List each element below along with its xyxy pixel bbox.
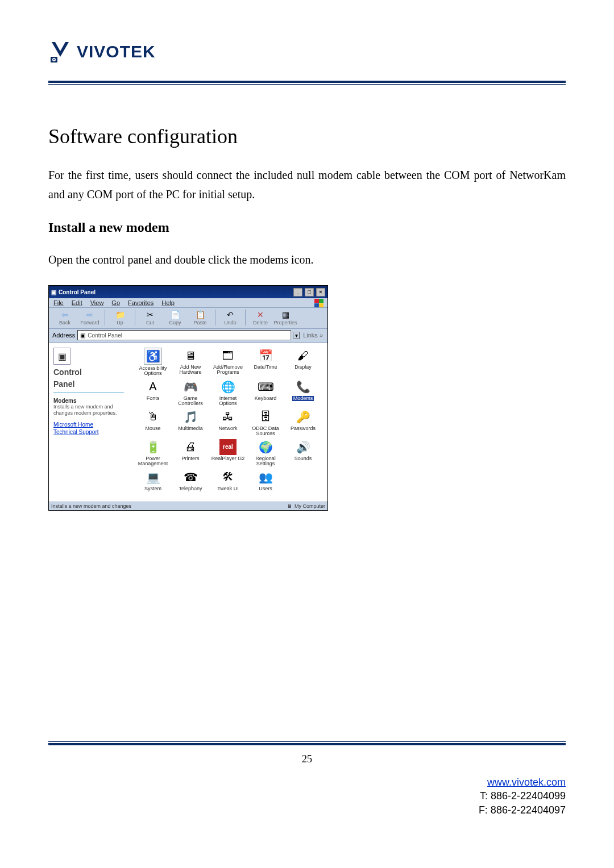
control-panel-item[interactable]: 🔑Passwords [285, 409, 321, 437]
side-separator [53, 393, 124, 393]
address-bar: Address ▣ Control Panel ▾ Links » [49, 329, 327, 343]
address-dropdown-icon[interactable]: ▾ [293, 332, 300, 339]
control-panel-item-label: Add/Remove Programs [210, 365, 246, 375]
control-panel-item[interactable]: 🖧Network [210, 409, 246, 437]
control-panel-item[interactable]: ⌨Keyboard [248, 379, 283, 407]
control-panel-item-label: Modems [292, 396, 314, 401]
control-panel-item-label: Internet Options [210, 396, 246, 407]
game-controllers-icon: 🎮 [182, 379, 199, 395]
menu-view[interactable]: View [89, 299, 105, 306]
control-panel-item-label: Accessibility Options [135, 366, 171, 377]
brand-name: VIVOTEK [77, 42, 156, 61]
control-panel-item[interactable]: ♿Accessibility Options [135, 348, 171, 377]
control-panel-item-label: Sounds [294, 456, 312, 461]
control-panel-item[interactable]: 🗄ODBC Data Sources [248, 409, 283, 437]
control-panel-item[interactable]: 💻System [135, 469, 171, 491]
menu-favorites[interactable]: Favorites [127, 299, 155, 306]
minimize-button[interactable]: _ [293, 288, 302, 297]
delete-button[interactable]: ✕ Delete [248, 310, 273, 326]
up-button[interactable]: 📁 Up [107, 310, 132, 326]
control-panel-item[interactable]: 🖥Add New Hardware [173, 348, 208, 377]
control-panel-item[interactable]: 🖱Mouse [135, 409, 171, 437]
undo-button[interactable]: ↶ Undo [218, 310, 243, 326]
copy-icon: 📄 [169, 310, 181, 320]
control-panel-item-label: Fonts [147, 396, 160, 401]
control-panel-item-label: Regional Settings [248, 456, 283, 467]
technical-support-link[interactable]: Technical Support [53, 429, 124, 435]
control-panel-item[interactable]: 🖨Printers [173, 439, 208, 467]
subheading-install-modem: Install a new modem [48, 220, 566, 235]
telephony-icon: ☎ [182, 469, 199, 485]
forward-button[interactable]: ⇨ Forward [77, 310, 102, 326]
paste-icon: 📋 [194, 310, 206, 320]
control-panel-item-label: Power Management [135, 456, 171, 467]
toolbar-separator [105, 310, 105, 326]
properties-icon: ▦ [280, 310, 291, 320]
mouse-icon: 🖱 [144, 409, 161, 425]
control-panel-item[interactable]: 🛠Tweak UI [210, 469, 246, 491]
tweak-ui-icon: 🛠 [219, 469, 237, 485]
svg-point-2 [53, 59, 55, 61]
printers-icon: 🖨 [182, 439, 199, 455]
control-panel-item[interactable]: ☎Telephony [173, 469, 208, 491]
control-panel-item-label: RealPlayer G2 [211, 456, 245, 461]
control-panel-item[interactable]: 🖌Display [285, 348, 321, 377]
display-icon: 🖌 [294, 348, 312, 364]
control-panel-item[interactable]: 👥Users [248, 469, 283, 491]
control-panel-item-label: Telephony [179, 486, 202, 491]
menu-edit[interactable]: Edit [70, 299, 84, 306]
control-panel-item[interactable]: 🌍Regional Settings [248, 439, 283, 467]
control-panel-item[interactable]: 🌐Internet Options [210, 379, 246, 407]
status-bar: Installs a new modem and changes 🖥 My Co… [49, 502, 327, 510]
header-rule [48, 81, 566, 85]
control-panel-item-label: Printers [181, 456, 199, 461]
control-panel-item-label: Date/Time [254, 365, 277, 370]
copy-button[interactable]: 📄 Copy [163, 310, 188, 326]
fax: F: 886-2-22404097 [479, 804, 566, 816]
undo-icon: ↶ [225, 310, 236, 320]
add-remove-programs-icon: 🗔 [219, 348, 237, 364]
folder-icon: ▣ [80, 332, 85, 339]
menu-file[interactable]: File [52, 299, 65, 306]
side-item-desc: Installs a new modem and changes modem p… [53, 404, 124, 416]
back-button[interactable]: ⇦ Back [52, 310, 77, 326]
address-input[interactable]: ▣ Control Panel [77, 330, 291, 340]
control-panel-item[interactable]: 🎮Game Controllers [173, 379, 208, 407]
cut-icon: ✂ [144, 310, 156, 320]
website-link[interactable]: www.vivotek.com [487, 777, 566, 788]
properties-button[interactable]: ▦ Properties [273, 310, 298, 326]
control-panel-item[interactable]: AFonts [135, 379, 171, 407]
multimedia-icon: 🎵 [182, 409, 199, 425]
control-panel-item[interactable]: realRealPlayer G2 [210, 439, 246, 467]
control-panel-item[interactable]: 📅Date/Time [248, 348, 283, 377]
control-panel-item[interactable]: 🎵Multimedia [173, 409, 208, 437]
control-panel-item[interactable]: 📞Modems [285, 379, 321, 407]
internet-options-icon: 🌐 [219, 379, 237, 395]
realplayer-g2-icon: real [219, 439, 237, 455]
close-button[interactable]: × [316, 288, 325, 297]
toolbar-separator [215, 310, 215, 326]
toolbar-separator [135, 310, 135, 326]
toolbar-separator [245, 310, 246, 326]
sounds-icon: 🔊 [294, 439, 312, 455]
control-panel-item[interactable]: 🔊Sounds [285, 439, 321, 467]
back-icon: ⇦ [59, 310, 70, 320]
address-value: Control Panel [88, 332, 122, 339]
paste-button[interactable]: 📋 Paste [188, 310, 213, 326]
control-panel-item-label: Multimedia [178, 426, 203, 431]
control-panel-item[interactable]: 🔋Power Management [135, 439, 171, 467]
windows-logo-icon [313, 299, 326, 308]
control-panel-item[interactable]: 🗔Add/Remove Programs [210, 348, 246, 377]
control-panel-icon: ▣ [51, 289, 56, 295]
cut-button[interactable]: ✂ Cut [138, 310, 163, 326]
delete-icon: ✕ [255, 310, 266, 320]
menu-go[interactable]: Go [110, 299, 121, 306]
microsoft-home-link[interactable]: Microsoft Home [53, 422, 124, 428]
links-button[interactable]: Links » [302, 332, 324, 339]
maximize-button[interactable]: □ [305, 288, 314, 297]
side-item-title: Modems [53, 398, 124, 404]
instruction-paragraph: Open the control panel and double click … [48, 250, 566, 269]
menu-help[interactable]: Help [160, 299, 176, 306]
side-panel: ▣ Control Panel Modems Installs a new mo… [49, 343, 128, 502]
forward-icon: ⇨ [84, 310, 96, 320]
